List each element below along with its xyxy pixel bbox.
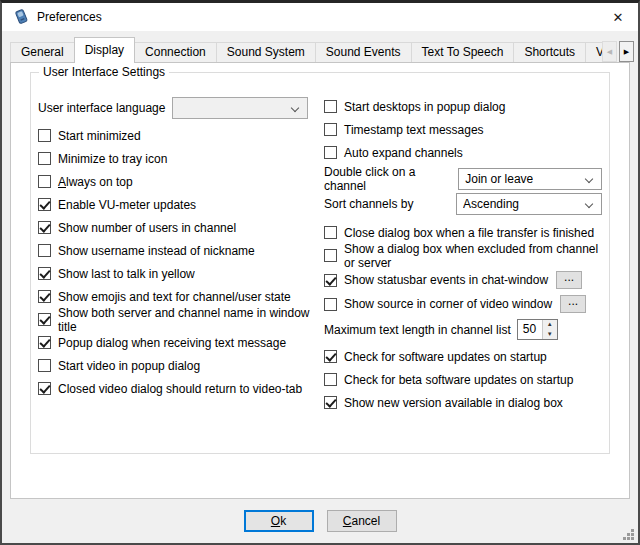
checkbox-icon [324,249,337,262]
double-click-row: Double click on a channel Join or leave [324,168,602,190]
checkbox-closed-video-dialog-should-return-to-video-tab[interactable]: Closed video dialog should return to vid… [38,381,316,396]
tab-label: Connection [145,45,206,59]
right-checkbox-list-mid: Close dialog box when a file transfer is… [324,225,602,263]
sort-channels-value: Ascending [463,197,519,211]
spinner-arrows: ▲ ▼ [542,320,557,339]
title-bar[interactable]: Preferences ✕ [2,3,638,31]
checkbox-label: Start desktops in popup dialog [344,100,505,114]
button-bar: Ok Cancel [2,499,638,543]
tab-label: Shortcuts [524,45,575,59]
checkbox-icon [324,274,337,287]
checkbox-label: Start minimized [58,129,141,143]
tab-shortcuts[interactable]: Shortcuts [513,42,586,62]
close-icon[interactable]: ✕ [606,10,630,25]
checkbox-icon [38,175,51,188]
checkbox-label: Popup dialog when receiving text message [58,336,286,350]
checkbox-show-new-version-available-in-dialog-box[interactable]: Show new version available in dialog box [324,395,602,410]
checkbox-check-for-software-updates-on-startup[interactable]: Check for software updates on startup [324,349,602,364]
checkbox-minimize-to-tray-icon[interactable]: Minimize to tray icon [38,151,316,166]
resize-grip[interactable] [622,528,635,541]
checkbox-enable-vu-meter-updates[interactable]: Enable VU-meter updates [38,197,316,212]
checkbox-label: Timestamp text messages [344,123,484,137]
checkbox-label: Show number of users in channel [58,221,236,235]
checkbox-always-on-top[interactable]: Always on top [38,174,316,189]
checkbox-start-video-in-popup-dialog[interactable]: Start video in popup dialog [38,358,316,373]
tab-sound-events[interactable]: Sound Events [315,42,412,62]
checkbox-label: Show username instead of nickname [58,244,255,258]
double-click-label: Double click on a channel [324,165,458,193]
double-click-select[interactable]: Join or leave [458,168,602,190]
ok-button[interactable]: Ok [244,510,314,532]
statusbar-events-config-button[interactable]: ... [556,271,582,289]
tab-general[interactable]: General [10,42,75,62]
checkbox-show-last-to-talk-in-yellow[interactable]: Show last to talk in yellow [38,266,316,281]
checkbox-start-minimized[interactable]: Start minimized [38,128,316,143]
checkbox-check-for-beta-software-updates-on-startup[interactable]: Check for beta software updates on start… [324,372,602,387]
left-column: User interface language Start minimized [38,73,316,453]
checkbox-show-username-instead-of-nickname[interactable]: Show username instead of nickname [38,243,316,258]
cancel-button[interactable]: Cancel [327,510,397,532]
left-checkbox-list: Start minimized Minimize to tray icon Al… [38,128,316,396]
tab-scroll-left-icon[interactable]: ◀ [602,41,617,62]
tab-label: Sound System [227,45,305,59]
checkbox-show-a-dialog-box-when-excluded-from-channel-or-server[interactable]: Show a dialog box when excluded from cha… [324,248,602,263]
user-interface-settings-group: User Interface Settings User interface l… [30,72,610,454]
tab-display[interactable]: Display [74,37,135,63]
checkbox-show-emojis-and-text-for-channel-user-state[interactable]: Show emojis and text for channel/user st… [38,289,316,304]
groupbox-title: User Interface Settings [39,65,169,79]
right-checkbox-list-bottom: Check for software updates on startup Ch… [324,349,602,410]
spin-down-icon[interactable]: ▼ [543,330,557,340]
checkbox-icon [38,290,51,303]
checkbox-icon [38,336,51,349]
tab-connection[interactable]: Connection [134,42,217,62]
tab-scroll-right-icon[interactable]: ▶ [619,41,634,62]
checkbox-icon [38,313,51,326]
double-click-value: Join or leave [465,172,533,186]
preferences-dialog: Preferences ✕ General Display Connection… [0,0,640,545]
spin-up-icon[interactable]: ▲ [543,320,557,330]
chevron-down-icon [585,175,593,183]
checkbox-label: Closed video dialog should return to vid… [58,382,302,396]
checkbox-start-desktops-in-popup-dialog[interactable]: Start desktops in popup dialog [324,99,602,114]
language-select[interactable] [172,97,308,119]
checkbox-label: Check for software updates on startup [344,350,547,364]
checkbox-close-dialog-box-when-a-file-transfer-is-finished[interactable]: Close dialog box when a file transfer is… [324,225,602,240]
checkbox-label: Show new version available in dialog box [344,396,563,410]
checkbox-icon [38,267,51,280]
window-title: Preferences [37,10,102,24]
tab-label: Display [85,43,124,57]
checkbox-popup-dialog-when-receiving-text-message[interactable]: Popup dialog when receiving text message [38,335,316,350]
sort-channels-row: Sort channels by Ascending [324,193,602,215]
video-source-config-button[interactable]: ... [560,295,586,313]
checkbox-label: Show statusbar events in chat-window [344,273,548,287]
checkbox-auto-expand-channels[interactable]: Auto expand channels [324,145,602,160]
sort-channels-label: Sort channels by [324,197,413,211]
checkbox-icon [324,298,337,311]
checkbox-show-video-source[interactable]: Show source in corner of video window ..… [324,295,602,313]
tab-sound-system[interactable]: Sound System [216,42,316,62]
checkbox-timestamp-text-messages[interactable]: Timestamp text messages [324,122,602,137]
checkbox-show-both-server-and-channel-name-in-window-title[interactable]: Show both server and channel name in win… [38,312,316,327]
checkbox-label: Minimize to tray icon [58,152,167,166]
checkbox-label: Enable VU-meter updates [58,198,196,212]
max-text-length-label: Maximum text length in channel list [324,323,511,337]
checkbox-label: Start video in popup dialog [58,359,200,373]
checkbox-icon [38,221,51,234]
language-row: User interface language [38,97,316,119]
max-text-length-row: Maximum text length in channel list 50 ▲… [324,319,602,340]
checkbox-label: Show emojis and text for channel/user st… [58,290,291,304]
right-checkbox-list-top: Start desktops in popup dialog Timestamp… [324,99,602,160]
checkbox-icon [38,359,51,372]
checkbox-label: Show a dialog box when excluded from cha… [344,242,602,270]
checkbox-label: Always on top [58,175,133,189]
sort-channels-select[interactable]: Ascending [456,193,602,215]
checkbox-label: Show both server and channel name in win… [58,306,316,334]
spinner-value: 50 [518,320,542,339]
checkbox-show-statusbar-events[interactable]: Show statusbar events in chat-window ... [324,271,602,289]
max-text-length-spinner[interactable]: 50 ▲ ▼ [517,319,558,340]
checkbox-icon [324,226,337,239]
checkbox-icon [38,244,51,257]
tab-text-to-speech[interactable]: Text To Speech [411,42,515,62]
checkbox-label: Show last to talk in yellow [58,267,195,281]
checkbox-show-number-of-users-in-channel[interactable]: Show number of users in channel [38,220,316,235]
